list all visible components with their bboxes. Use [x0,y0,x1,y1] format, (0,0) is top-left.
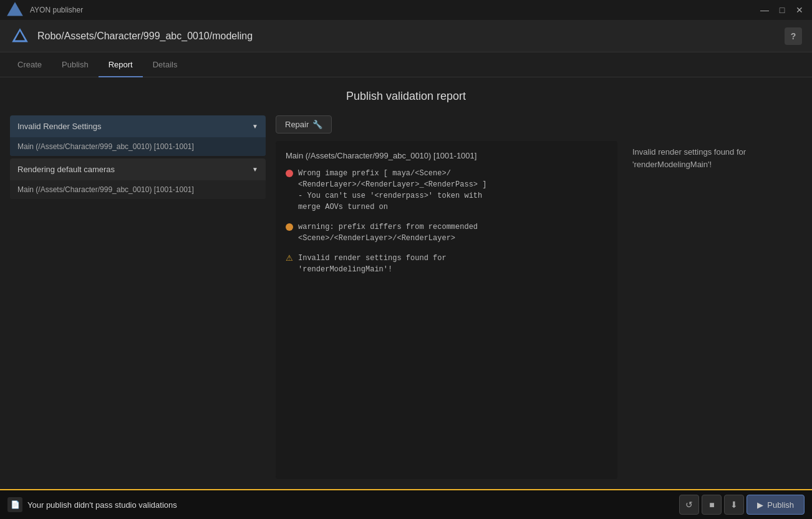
validation-group-invalid-render: Invalid Render Settings ▼ Main (/Assets/… [10,115,266,156]
error-dot-red [286,170,293,177]
validation-group-header-rendering-cameras[interactable]: Rendering default cameras ▼ [10,158,266,180]
arrow-button[interactable]: ⬇ [724,495,744,515]
tab-details[interactable]: Details [143,52,188,77]
stop-icon: ■ [709,500,714,510]
wrench-icon: 🔧 [312,120,322,129]
chevron-down-icon-2: ▼ [252,166,258,173]
document-icon: 📄 [11,500,20,509]
left-panel: Invalid Render Settings ▼ Main (/Assets/… [10,115,266,479]
titlebar-left: AYON publisher [5,0,83,20]
help-button[interactable]: ? [785,27,802,45]
validation-group-label: Invalid Render Settings [17,122,101,131]
error-item-2: ⚠ Invalid render settings found for 'ren… [286,253,607,275]
app-header-left: Robo/Assets/Character/999_abc_0010/model… [10,26,253,46]
repair-button[interactable]: Repair 🔧 [276,115,332,133]
error-box-title: Main (/Assets/Character/999_abc_0010) [1… [286,151,607,160]
app-header: Robo/Assets/Character/999_abc_0010/model… [0,20,812,52]
tab-report[interactable]: Report [99,52,143,77]
warning-triangle-icon: ⚠ [286,253,293,263]
detail-panel: Main (/Assets/Character/999_abc_0010) [1… [276,141,802,479]
bottom-actions: ↺ ■ ⬇ ▶ Publish [679,495,805,515]
stop-button[interactable]: ■ [702,495,722,515]
minimize-button[interactable]: — [757,2,772,17]
maximize-button[interactable]: □ [775,2,790,17]
repair-label: Repair [285,120,309,129]
main-content: Publish validation report Invalid Render… [0,77,812,489]
refresh-button[interactable]: ↺ [679,495,699,515]
tab-publish[interactable]: Publish [52,52,99,77]
validation-group-header-invalid-render[interactable]: Invalid Render Settings ▼ [10,115,266,137]
bottom-status: 📄 Your publish didn't pass studio valida… [7,497,177,512]
validation-group-label-2: Rendering default cameras [17,165,115,174]
nav-tabs: Create Publish Report Details [0,52,812,77]
error-text-0: Wrong image prefix [ maya/<Scene>/ <Rend… [298,168,486,213]
repair-row: Repair 🔧 [276,115,802,133]
error-box: Main (/Assets/Character/999_abc_0010) [1… [276,141,617,479]
status-text: Your publish didn't pass studio validati… [27,500,177,510]
arrow-icon: ⬇ [730,500,738,510]
error-text-1: warning: prefix differs from recommended… [298,221,478,244]
error-dot-orange [286,223,293,231]
ayon-logo-small [5,0,25,20]
page-title: Publish validation report [0,77,812,115]
tab-create[interactable]: Create [7,52,52,77]
close-button[interactable]: ✕ [792,2,807,17]
publish-button[interactable]: ▶ Publish [747,495,805,515]
titlebar-controls: — □ ✕ [757,2,807,17]
right-panel: Repair 🔧 Main (/Assets/Character/999_abc… [276,115,802,479]
bottom-bar: 📄 Your publish didn't pass studio valida… [0,489,812,519]
publish-label: Publish [767,500,794,510]
window-title: AYON publisher [30,6,83,14]
status-icon: 📄 [7,497,22,512]
chevron-down-icon: ▼ [252,123,258,130]
titlebar: AYON publisher — □ ✕ [0,0,812,20]
validation-item-1-0[interactable]: Main (/Assets/Character/999_abc_0010) [1… [10,180,266,199]
validation-item-0-0[interactable]: Main (/Assets/Character/999_abc_0010) [1… [10,137,266,156]
validation-group-rendering-cameras: Rendering default cameras ▼ Main (/Asset… [10,158,266,199]
error-item-1: warning: prefix differs from recommended… [286,221,607,244]
play-icon: ▶ [757,500,763,510]
refresh-icon: ↺ [685,500,693,510]
error-text-2: Invalid render settings found for 'rende… [298,253,447,275]
svg-marker-0 [7,2,23,16]
content-area: Invalid Render Settings ▼ Main (/Assets/… [0,115,812,489]
error-item-0: Wrong image prefix [ maya/<Scene>/ <Rend… [286,168,607,213]
ayon-logo [10,26,30,46]
side-note: Invalid render settings found for 'rende… [627,141,802,479]
app-path: Robo/Assets/Character/999_abc_0010/model… [37,31,253,42]
